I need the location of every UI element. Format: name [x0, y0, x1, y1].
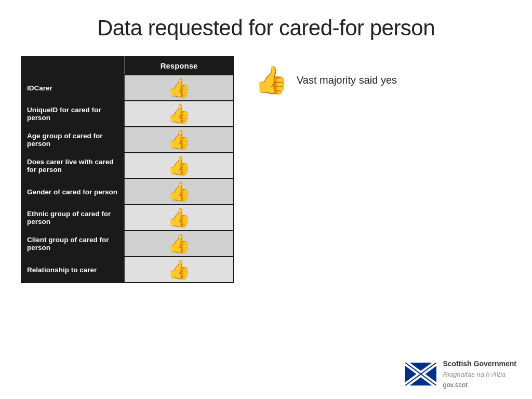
- row-label: Relationship to carer: [21, 257, 125, 283]
- row-response: 👍: [125, 101, 233, 127]
- table-row: Relationship to carer👍: [21, 257, 233, 283]
- table-row: Does carer live with cared for person👍: [21, 153, 233, 179]
- row-label: Client group of cared for person: [21, 231, 125, 257]
- content-area: Response IDCarer👍UniqueID for cared for …: [0, 51, 532, 288]
- row-response: 👍: [125, 179, 233, 205]
- row-label: UniqueID for cared for person: [21, 101, 125, 127]
- col2-header: Response: [125, 57, 233, 75]
- row-response: 👍: [125, 205, 233, 231]
- thumbs-up-icon: 👍: [167, 78, 191, 97]
- data-table: Response IDCarer👍UniqueID for cared for …: [21, 56, 234, 283]
- footer: Scottish Government Riaghaltas na h-Alba…: [405, 358, 516, 390]
- thumbs-up-icon: 👍: [167, 234, 191, 253]
- thumbs-up-icon: 👍: [167, 130, 191, 149]
- gov-name: Scottish Government: [443, 358, 516, 369]
- legend-item: 👍 Vast majority said yes: [255, 66, 511, 94]
- col1-header: [21, 57, 125, 75]
- row-label: Does carer live with cared for person: [21, 153, 125, 179]
- row-label: Ethnic group of cared for person: [21, 205, 125, 231]
- legend-label: Vast majority said yes: [297, 74, 397, 86]
- thumbs-up-icon: 👍: [167, 260, 191, 279]
- row-response: 👍: [125, 127, 233, 153]
- row-response: 👍: [125, 153, 233, 179]
- saltire-flag: [405, 363, 436, 385]
- table-row: Gender of cared for person👍: [21, 179, 233, 205]
- table-row: IDCarer👍: [21, 75, 233, 101]
- table-row: Client group of cared for person👍: [21, 231, 233, 257]
- thumbs-up-icon: 👍: [167, 104, 191, 123]
- legend-area: 👍 Vast majority said yes: [255, 56, 511, 283]
- row-label: Gender of cared for person: [21, 179, 125, 205]
- thumbs-up-icon: 👍: [167, 156, 191, 175]
- row-label: Age group of cared for person: [21, 127, 125, 153]
- row-response: 👍: [125, 75, 233, 101]
- row-label: IDCarer: [21, 75, 125, 101]
- gov-text-block: Scottish Government Riaghaltas na h-Alba…: [443, 358, 516, 390]
- legend-thumb-icon: 👍: [255, 66, 288, 94]
- thumbs-up-icon: 👍: [167, 208, 191, 227]
- row-response: 👍: [125, 257, 233, 283]
- gov-gaelic: Riaghaltas na h-Alba: [443, 369, 516, 380]
- table-row: UniqueID for cared for person👍: [21, 101, 233, 127]
- thumbs-up-icon: 👍: [167, 182, 191, 201]
- row-response: 👍: [125, 231, 233, 257]
- gov-url: gov.scot: [443, 380, 516, 390]
- table-row: Age group of cared for person👍: [21, 127, 233, 153]
- table-row: Ethnic group of cared for person👍: [21, 205, 233, 231]
- page-title: Data requested for cared-for person: [0, 0, 532, 51]
